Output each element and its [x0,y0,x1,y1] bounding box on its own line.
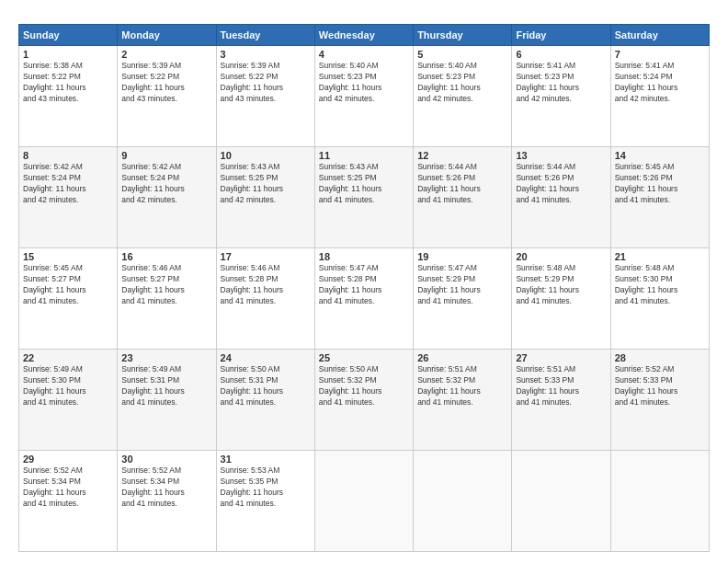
day-number: 29 [23,454,113,465]
day-info: Sunrise: 5:49 AMSunset: 5:31 PMDaylight:… [121,364,211,408]
day-number: 13 [516,150,606,161]
day-number: 25 [319,352,409,363]
day-info: Sunrise: 5:45 AMSunset: 5:27 PMDaylight:… [23,263,113,307]
day-info: Sunrise: 5:39 AMSunset: 5:22 PMDaylight:… [221,61,311,105]
calendar-cell: 22Sunrise: 5:49 AMSunset: 5:30 PMDayligh… [19,350,118,451]
day-number: 18 [319,251,409,262]
day-number: 17 [221,251,311,262]
page: General Blue SundayMondayTuesdayWednesda… [0,0,728,563]
day-number: 7 [615,49,705,60]
calendar-cell: 16Sunrise: 5:46 AMSunset: 5:27 PMDayligh… [118,248,216,350]
calendar-cell: 27Sunrise: 5:51 AMSunset: 5:33 PMDayligh… [512,350,610,451]
day-number: 4 [319,49,409,60]
col-header-friday: Friday [512,25,610,46]
calendar-cell: 17Sunrise: 5:46 AMSunset: 5:28 PMDayligh… [216,248,314,350]
day-number: 2 [121,49,211,60]
day-number: 5 [417,49,507,60]
calendar-cell: 25Sunrise: 5:50 AMSunset: 5:32 PMDayligh… [314,350,413,451]
calendar-cell: 23Sunrise: 5:49 AMSunset: 5:31 PMDayligh… [118,350,216,451]
calendar-cell: 2Sunrise: 5:39 AMSunset: 5:22 PMDaylight… [118,46,216,147]
day-number: 23 [121,352,211,363]
calendar-cell: 9Sunrise: 5:42 AMSunset: 5:24 PMDaylight… [118,147,216,248]
calendar-cell: 21Sunrise: 5:48 AMSunset: 5:30 PMDayligh… [610,248,709,350]
day-info: Sunrise: 5:51 AMSunset: 5:32 PMDaylight:… [417,364,507,408]
day-info: Sunrise: 5:52 AMSunset: 5:34 PMDaylight:… [23,465,113,510]
day-info: Sunrise: 5:52 AMSunset: 5:34 PMDaylight:… [121,465,211,510]
day-number: 22 [23,352,113,363]
day-number: 15 [23,251,113,262]
day-info: Sunrise: 5:46 AMSunset: 5:27 PMDaylight:… [121,263,211,307]
calendar-cell: 29Sunrise: 5:52 AMSunset: 5:34 PMDayligh… [19,451,118,552]
calendar-header-row: SundayMondayTuesdayWednesdayThursdayFrid… [19,25,710,46]
calendar-cell: 1Sunrise: 5:38 AMSunset: 5:22 PMDaylight… [19,46,118,147]
calendar-cell: 4Sunrise: 5:40 AMSunset: 5:23 PMDaylight… [314,46,413,147]
day-info: Sunrise: 5:50 AMSunset: 5:31 PMDaylight:… [221,364,311,408]
calendar-cell: 6Sunrise: 5:41 AMSunset: 5:23 PMDaylight… [512,46,610,147]
day-info: Sunrise: 5:39 AMSunset: 5:22 PMDaylight:… [121,61,211,105]
calendar-week-3: 15Sunrise: 5:45 AMSunset: 5:27 PMDayligh… [19,248,710,350]
calendar-cell: 8Sunrise: 5:42 AMSunset: 5:24 PMDaylight… [19,147,118,248]
day-number: 9 [121,150,211,161]
calendar-cell: 30Sunrise: 5:52 AMSunset: 5:34 PMDayligh… [118,451,216,552]
calendar-week-4: 22Sunrise: 5:49 AMSunset: 5:30 PMDayligh… [19,350,710,451]
calendar-week-1: 1Sunrise: 5:38 AMSunset: 5:22 PMDaylight… [19,46,710,147]
col-header-thursday: Thursday [414,25,512,46]
calendar-cell: 5Sunrise: 5:40 AMSunset: 5:23 PMDaylight… [414,46,512,147]
calendar-cell: 12Sunrise: 5:44 AMSunset: 5:26 PMDayligh… [414,147,512,248]
day-info: Sunrise: 5:44 AMSunset: 5:26 PMDaylight:… [516,162,606,206]
calendar-cell [610,451,709,552]
day-number: 1 [23,49,113,60]
calendar-cell [414,451,512,552]
day-info: Sunrise: 5:47 AMSunset: 5:28 PMDaylight:… [319,263,409,307]
day-number: 19 [417,251,507,262]
calendar-week-2: 8Sunrise: 5:42 AMSunset: 5:24 PMDaylight… [19,147,710,248]
day-info: Sunrise: 5:42 AMSunset: 5:24 PMDaylight:… [121,162,211,206]
calendar-cell: 13Sunrise: 5:44 AMSunset: 5:26 PMDayligh… [512,147,610,248]
day-info: Sunrise: 5:43 AMSunset: 5:25 PMDaylight:… [221,162,311,206]
col-header-wednesday: Wednesday [314,25,413,46]
calendar-cell: 19Sunrise: 5:47 AMSunset: 5:29 PMDayligh… [414,248,512,350]
day-number: 10 [221,150,311,161]
calendar-cell: 7Sunrise: 5:41 AMSunset: 5:24 PMDaylight… [610,46,709,147]
day-number: 31 [221,454,311,465]
day-info: Sunrise: 5:41 AMSunset: 5:23 PMDaylight:… [516,61,606,105]
col-header-monday: Monday [118,25,216,46]
day-info: Sunrise: 5:42 AMSunset: 5:24 PMDaylight:… [23,162,113,206]
calendar-cell: 3Sunrise: 5:39 AMSunset: 5:22 PMDaylight… [216,46,314,147]
day-info: Sunrise: 5:52 AMSunset: 5:33 PMDaylight:… [615,364,705,408]
day-number: 12 [417,150,507,161]
day-info: Sunrise: 5:46 AMSunset: 5:28 PMDaylight:… [221,263,311,307]
day-number: 27 [516,352,606,363]
day-number: 26 [417,352,507,363]
day-info: Sunrise: 5:40 AMSunset: 5:23 PMDaylight:… [319,61,409,105]
calendar: SundayMondayTuesdayWednesdayThursdayFrid… [18,24,710,552]
day-number: 11 [319,150,409,161]
calendar-cell: 31Sunrise: 5:53 AMSunset: 5:35 PMDayligh… [216,451,314,552]
calendar-cell: 15Sunrise: 5:45 AMSunset: 5:27 PMDayligh… [19,248,118,350]
day-info: Sunrise: 5:47 AMSunset: 5:29 PMDaylight:… [417,263,507,307]
day-info: Sunrise: 5:43 AMSunset: 5:25 PMDaylight:… [319,162,409,206]
day-info: Sunrise: 5:44 AMSunset: 5:26 PMDaylight:… [417,162,507,206]
calendar-cell [512,451,610,552]
day-number: 3 [221,49,311,60]
day-info: Sunrise: 5:51 AMSunset: 5:33 PMDaylight:… [516,364,606,408]
day-info: Sunrise: 5:50 AMSunset: 5:32 PMDaylight:… [319,364,409,408]
day-info: Sunrise: 5:41 AMSunset: 5:24 PMDaylight:… [615,61,705,105]
day-number: 30 [121,454,211,465]
calendar-cell: 18Sunrise: 5:47 AMSunset: 5:28 PMDayligh… [314,248,413,350]
day-info: Sunrise: 5:48 AMSunset: 5:30 PMDaylight:… [615,263,705,307]
col-header-saturday: Saturday [610,25,709,46]
day-info: Sunrise: 5:49 AMSunset: 5:30 PMDaylight:… [23,364,113,408]
calendar-week-5: 29Sunrise: 5:52 AMSunset: 5:34 PMDayligh… [19,451,710,552]
calendar-cell [314,451,413,552]
day-number: 21 [615,251,705,262]
calendar-cell: 14Sunrise: 5:45 AMSunset: 5:26 PMDayligh… [610,147,709,248]
calendar-cell: 24Sunrise: 5:50 AMSunset: 5:31 PMDayligh… [216,350,314,451]
day-number: 28 [615,352,705,363]
calendar-cell: 28Sunrise: 5:52 AMSunset: 5:33 PMDayligh… [610,350,709,451]
day-number: 8 [23,150,113,161]
calendar-cell: 20Sunrise: 5:48 AMSunset: 5:29 PMDayligh… [512,248,610,350]
col-header-sunday: Sunday [19,25,118,46]
day-info: Sunrise: 5:40 AMSunset: 5:23 PMDaylight:… [417,61,507,105]
day-number: 20 [516,251,606,262]
